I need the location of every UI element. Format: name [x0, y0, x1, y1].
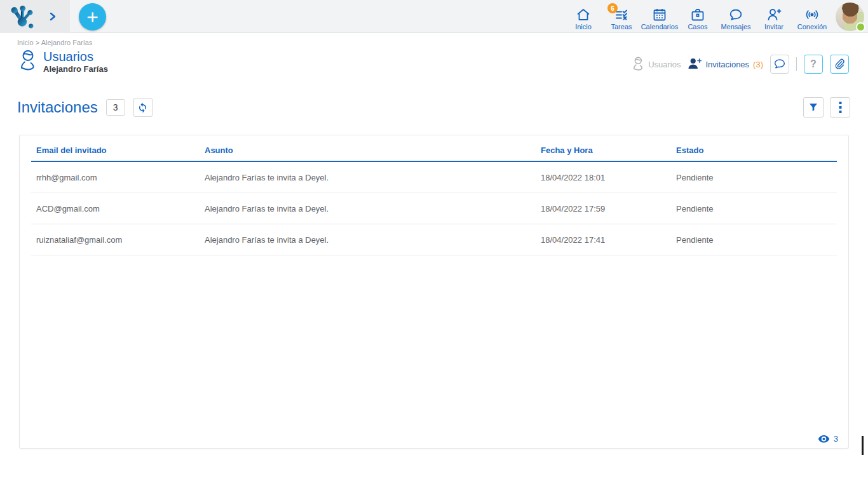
top-nav: Inicio 6 Tareas Calendarios Casos Me — [564, 0, 831, 33]
breadcrumb-root[interactable]: Inicio — [17, 39, 34, 46]
table-row[interactable]: ruiznataliaf@gmail.com Alejandro Farías … — [31, 224, 837, 255]
tasks-badge: 6 — [607, 3, 618, 13]
deyel-logo-icon[interactable] — [8, 4, 36, 29]
online-status-dot — [856, 22, 865, 32]
cell-email: rrhh@gmail.com — [31, 173, 200, 182]
nav-invitar[interactable]: Invitar — [755, 0, 793, 33]
nav-label: Conexión — [797, 23, 827, 30]
sidebar-expand-chevron-icon[interactable] — [49, 12, 57, 21]
cell-email: ruiznataliaf@gmail.com — [31, 235, 200, 245]
section-left: Invitaciones 3 — [17, 98, 153, 117]
more-options-button[interactable] — [830, 97, 850, 118]
refresh-button[interactable] — [133, 98, 153, 117]
cell-asunto: Alejandro Farías te invita a Deyel. — [200, 204, 536, 214]
table-row[interactable]: ACD@gmail.com Alejandro Farías te invita… — [31, 193, 837, 224]
nav-casos[interactable]: Casos — [679, 0, 717, 33]
help-button[interactable]: ? — [804, 55, 823, 74]
invitations-card: Email del invitado Asunto Fecha y Hora E… — [19, 135, 849, 449]
page-header-controls: Usuarios Invitaciones (3) ? — [632, 55, 849, 74]
tab-invitaciones[interactable]: Invitaciones (3) — [688, 58, 763, 71]
users-icon — [19, 50, 36, 74]
divider — [796, 57, 797, 71]
breadcrumb: Inicio > Alejandro Farías — [17, 39, 868, 46]
section-title: Invitaciones — [17, 98, 98, 116]
paperclip-icon — [834, 58, 845, 70]
scrollbar-thumb[interactable] — [862, 436, 864, 455]
nav-label: Casos — [688, 23, 707, 30]
nav-inicio[interactable]: Inicio — [564, 0, 602, 33]
refresh-icon — [137, 102, 149, 114]
column-header-asunto[interactable]: Asunto — [200, 146, 536, 155]
logo-block — [0, 0, 70, 33]
tab-invitaciones-label: Invitaciones — [705, 60, 749, 69]
user-avatar[interactable] — [836, 3, 864, 31]
question-mark-icon: ? — [810, 58, 817, 70]
cell-email: ACD@gmail.com — [31, 204, 200, 214]
nav-calendarios[interactable]: Calendarios — [641, 0, 679, 33]
create-new-button[interactable]: + — [79, 3, 106, 30]
users-gray-icon — [632, 57, 644, 72]
kebab-menu-icon — [839, 102, 842, 113]
section-right — [803, 97, 850, 118]
comments-button[interactable] — [770, 55, 789, 74]
nav-label: Inicio — [575, 23, 592, 30]
page-header: Usuarios Alejandro Farías Usuarios Invit… — [0, 46, 868, 74]
top-bar: + Inicio 6 Tareas Calendarios Casos — [0, 0, 868, 33]
tab-usuarios-label: Usuarios — [648, 60, 681, 69]
cell-asunto: Alejandro Farías te invita a Deyel. — [200, 173, 536, 182]
record-count-box: 3 — [106, 99, 125, 116]
attachments-button[interactable] — [830, 55, 849, 74]
nav-tareas[interactable]: 6 Tareas — [602, 0, 641, 33]
person-add-filled-icon — [688, 58, 702, 71]
page-titles: Usuarios Alejandro Farías — [43, 50, 108, 74]
tab-invitaciones-count: (3) — [753, 60, 763, 69]
briefcase-icon — [690, 6, 705, 22]
page-subtitle: Alejandro Farías — [43, 64, 108, 74]
cell-fecha: 18/04/2022 17:41 — [536, 235, 671, 245]
section-bar: Invitaciones 3 — [0, 74, 868, 118]
breadcrumb-separator: > — [36, 39, 39, 46]
cell-estado: Pendiente — [671, 235, 837, 245]
person-add-icon — [766, 6, 782, 22]
nav-label: Mensajes — [721, 23, 750, 30]
page-title: Usuarios — [43, 50, 108, 64]
tasks-icon: 6 — [614, 6, 629, 22]
filter-button[interactable] — [803, 97, 824, 118]
nav-mensajes[interactable]: Mensajes — [717, 0, 755, 33]
filter-icon — [808, 102, 819, 113]
table-header: Email del invitado Asunto Fecha y Hora E… — [31, 135, 837, 162]
cell-asunto: Alejandro Farías te invita a Deyel. — [200, 235, 536, 245]
home-icon — [576, 6, 591, 22]
signal-icon — [804, 6, 820, 22]
eye-icon — [818, 435, 830, 444]
column-header-fecha[interactable]: Fecha y Hora — [536, 146, 671, 155]
comment-icon — [773, 58, 786, 70]
nav-label: Invitar — [764, 23, 783, 30]
cell-fecha: 18/04/2022 18:01 — [536, 173, 671, 182]
cell-estado: Pendiente — [671, 204, 837, 214]
cell-fecha: 18/04/2022 17:59 — [536, 204, 671, 214]
nav-label: Tareas — [611, 23, 632, 30]
column-header-estado[interactable]: Estado — [671, 146, 837, 155]
nav-label: Calendarios — [641, 23, 679, 30]
cell-estado: Pendiente — [671, 173, 837, 182]
page-header-left: Usuarios Alejandro Farías — [19, 50, 108, 74]
chat-bubble-icon — [728, 6, 743, 22]
column-header-email[interactable]: Email del invitado — [31, 146, 200, 155]
visible-records-indicator[interactable]: 3 — [818, 434, 838, 444]
breadcrumb-current: Alejandro Farías — [41, 39, 93, 46]
visible-records-count: 3 — [834, 434, 838, 444]
tab-usuarios[interactable]: Usuarios — [632, 57, 681, 72]
calendar-icon — [652, 6, 667, 22]
table-row[interactable]: rrhh@gmail.com Alejandro Farías te invit… — [31, 162, 837, 193]
nav-conexion[interactable]: Conexión — [793, 0, 831, 33]
